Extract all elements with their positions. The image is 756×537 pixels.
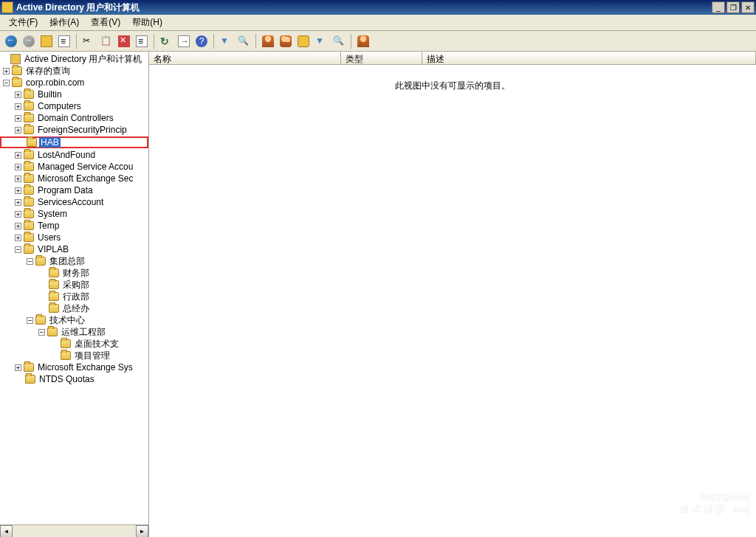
tree-pur[interactable]: 采购部 bbox=[0, 279, 148, 291]
tree-fsp[interactable]: +ForeignSecurityPrincip bbox=[0, 124, 148, 136]
cut-button[interactable]: ✂ bbox=[80, 33, 97, 49]
app-icon bbox=[1, 1, 13, 13]
up-icon bbox=[41, 35, 52, 47]
tree-desk[interactable]: 桌面技术支 bbox=[0, 338, 148, 350]
filter2-button[interactable] bbox=[313, 33, 329, 49]
tree-viplab[interactable]: −VIPLAB bbox=[0, 243, 148, 255]
folder-icon bbox=[49, 268, 59, 277]
menu-file[interactable]: 文件(F) bbox=[3, 15, 44, 30]
tree-temp[interactable]: +Temp bbox=[0, 220, 148, 232]
menu-bar: 文件(F) 操作(A) 查看(V) 帮助(H) bbox=[0, 15, 756, 31]
watermark-sub: 技术博客 bbox=[679, 503, 726, 513]
scroll-left-button[interactable]: ◄ bbox=[0, 525, 13, 537]
new-ou-button[interactable] bbox=[295, 33, 312, 49]
tree-laf[interactable]: +LostAndFound bbox=[0, 149, 148, 161]
separator bbox=[154, 34, 154, 49]
tree-mes[interactable]: +Microsoft Exchange Sec bbox=[0, 173, 148, 184]
folder-icon bbox=[49, 304, 59, 313]
tree-users[interactable]: +Users bbox=[0, 232, 148, 243]
folder-icon bbox=[35, 257, 46, 266]
scroll-track[interactable] bbox=[13, 525, 136, 537]
tree-label: VIPLAB bbox=[36, 244, 70, 254]
back-icon bbox=[5, 35, 17, 47]
tree-label: 采购部 bbox=[61, 279, 91, 291]
scroll-right-button[interactable]: ► bbox=[136, 525, 148, 537]
back-button[interactable] bbox=[3, 33, 19, 49]
delete-button[interactable] bbox=[116, 33, 132, 49]
menu-action[interactable]: 操作(A) bbox=[44, 15, 85, 30]
folder-icon bbox=[24, 198, 34, 207]
tree-label: 项目管理 bbox=[73, 350, 111, 362]
col-desc[interactable]: 描述 bbox=[422, 52, 756, 64]
menu-view[interactable]: 查看(V) bbox=[85, 15, 126, 30]
forward-button[interactable] bbox=[21, 33, 37, 49]
tree-adm[interactable]: 行政部 bbox=[0, 291, 148, 302]
tree-sys[interactable]: +System bbox=[0, 208, 148, 220]
folder-icon bbox=[24, 363, 34, 372]
tree-sa[interactable]: +ServicesAccount bbox=[0, 196, 148, 208]
refresh-icon: ↻ bbox=[160, 35, 172, 47]
adduser-icon bbox=[357, 35, 369, 47]
tree-dc[interactable]: +Domain Controllers bbox=[0, 112, 148, 124]
copy-button[interactable]: 📋 bbox=[98, 33, 114, 49]
tree-msa[interactable]: +Managed Service Accou bbox=[0, 161, 148, 173]
tree-hscroll[interactable]: ◄ ► bbox=[0, 524, 148, 537]
title-bar: Active Directory 用户和计算机 _ ❐ ✕ bbox=[0, 0, 756, 15]
new-group-button[interactable] bbox=[278, 33, 294, 49]
tree-hab[interactable]: HAB bbox=[0, 136, 148, 148]
find-button[interactable] bbox=[236, 33, 252, 49]
menu-help[interactable]: 帮助(H) bbox=[126, 15, 168, 30]
tree-pd[interactable]: +Program Data bbox=[0, 184, 148, 196]
empty-message: 此视图中没有可显示的项目。 bbox=[395, 80, 510, 92]
minimize-button[interactable]: _ bbox=[712, 1, 725, 13]
window-title: Active Directory 用户和计算机 bbox=[16, 1, 712, 14]
tree-label: NTDS Quotas bbox=[38, 374, 96, 384]
filter-button[interactable] bbox=[218, 33, 234, 49]
folder-icon bbox=[24, 221, 34, 230]
filter-icon bbox=[220, 35, 232, 47]
find2-button[interactable] bbox=[331, 33, 347, 49]
new-user-button[interactable] bbox=[260, 33, 276, 49]
separator bbox=[76, 34, 77, 49]
tree-label: 桌面技术支 bbox=[73, 338, 120, 350]
tree-builtin[interactable]: +Builtin bbox=[0, 89, 148, 100]
up-button[interactable] bbox=[38, 33, 55, 49]
tree-label: Managed Service Accou bbox=[36, 162, 134, 172]
show-button[interactable] bbox=[56, 33, 72, 49]
funnel-icon bbox=[315, 35, 327, 47]
folder-icon bbox=[24, 174, 34, 183]
tree-root[interactable]: Active Directory 用户和计算机 bbox=[0, 53, 148, 65]
close-button[interactable]: ✕ bbox=[741, 1, 755, 13]
show-icon bbox=[58, 35, 70, 47]
folder-icon bbox=[24, 209, 34, 218]
tree-domain[interactable]: −corp.robin.com bbox=[0, 77, 148, 89]
tree-proj[interactable]: 项目管理 bbox=[0, 350, 148, 361]
folder-icon bbox=[24, 233, 34, 242]
tree-hq[interactable]: −集团总部 bbox=[0, 255, 148, 267]
tree-ntds[interactable]: NTDS Quotas bbox=[0, 373, 148, 385]
tree-fin[interactable]: 财务部 bbox=[0, 267, 148, 279]
tree-mesys[interactable]: +Microsoft Exchange Sys bbox=[0, 361, 148, 373]
tree-ops[interactable]: −运维工程部 bbox=[0, 326, 148, 338]
folder-icon bbox=[24, 245, 34, 254]
help-button[interactable]: ? bbox=[193, 33, 210, 49]
col-name[interactable]: 名称 bbox=[149, 52, 341, 64]
refresh-button[interactable]: ↻ bbox=[158, 33, 174, 49]
tree-label: Active Directory 用户和计算机 bbox=[23, 53, 143, 66]
folder-icon bbox=[27, 138, 37, 147]
tree-saved-queries[interactable]: +保存的查询 bbox=[0, 65, 148, 77]
forward-icon bbox=[23, 35, 35, 47]
properties-button[interactable] bbox=[134, 33, 150, 49]
tree-tech[interactable]: −技术中心 bbox=[0, 314, 148, 326]
tree-gm[interactable]: 总经办 bbox=[0, 302, 148, 314]
export-button[interactable] bbox=[176, 33, 192, 49]
find-icon bbox=[238, 35, 250, 47]
folder-icon bbox=[24, 186, 34, 195]
root-icon bbox=[10, 54, 21, 64]
tree-label: Builtin bbox=[36, 89, 63, 100]
maximize-button[interactable]: ❐ bbox=[726, 1, 740, 13]
col-type[interactable]: 类型 bbox=[341, 52, 422, 64]
tree-label: 集团总部 bbox=[48, 255, 86, 268]
add-user-button[interactable] bbox=[355, 33, 371, 49]
tree-computers[interactable]: +Computers bbox=[0, 100, 148, 112]
